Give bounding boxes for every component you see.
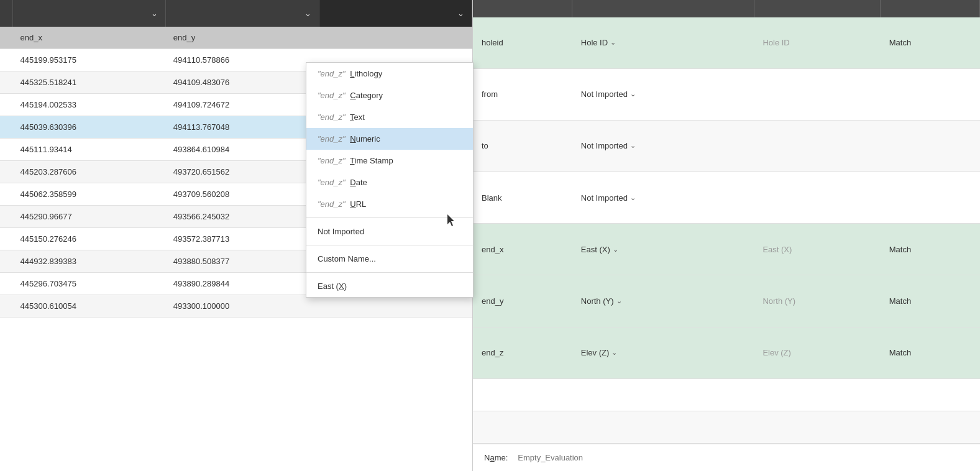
- col-partial: [0, 0, 13, 27]
- action-match: Match: [889, 245, 911, 254]
- dropdown-item-text[interactable]: "end_z" Text: [306, 106, 473, 128]
- summary-row: to Not Imported ⌄: [473, 120, 980, 171]
- cell-north: 494109.724672: [166, 94, 319, 116]
- drop-label-lithology: Lithology: [348, 69, 383, 78]
- dropdown-item-custom-name[interactable]: Custom Name...: [306, 248, 473, 270]
- cell-east: 445300.610054: [13, 295, 166, 318]
- summary-cell-action: [881, 68, 980, 120]
- cell-partial: [0, 206, 13, 228]
- drop-divider-2: [306, 245, 473, 245]
- cell-partial: [0, 94, 13, 116]
- dropdown-item-category[interactable]: "end_z" Category: [306, 85, 473, 106]
- chevron-down-icon: ⌄: [611, 349, 617, 357]
- chevron-down-icon: ⌄: [305, 9, 311, 18]
- summary-cell-action: Match: [881, 17, 980, 68]
- summary-cell-import: East (X): [754, 224, 880, 275]
- cell-north: 494113.767048: [166, 116, 319, 139]
- dropdown-item-not-imported[interactable]: Not Imported: [306, 221, 473, 242]
- cell-partial: [0, 228, 13, 250]
- table-subheader-row: end_x end_y: [0, 27, 472, 49]
- summary-cell-import: [754, 68, 880, 120]
- summary-cell-import: Elev (Z): [754, 327, 880, 378]
- dropdown-item-url[interactable]: "end_z" URL: [306, 193, 473, 215]
- cell-north: 493720.651562: [166, 161, 319, 183]
- chevron-down-icon: ⌄: [151, 9, 158, 18]
- drop-prefix: "end_z": [318, 134, 346, 144]
- main-layout: ⌄ ⌄ ⌄ end_x end_y: [0, 0, 980, 471]
- type-label: Not Imported: [581, 89, 628, 99]
- import-name-cell: North (Y): [762, 296, 795, 306]
- dropdown-item-east-x[interactable]: East (X): [306, 275, 473, 297]
- summary-cell-type[interactable]: East (X) ⌄: [572, 224, 754, 275]
- summary-cell-type[interactable]: [572, 378, 754, 411]
- summary-cell-import: North (Y): [754, 275, 880, 327]
- action-match: Match: [889, 38, 911, 47]
- name-field-row: Name:: [473, 444, 980, 471]
- dropdown-item-lithology[interactable]: "end_z" Lithology: [306, 63, 473, 85]
- summary-cell-column: end_z: [473, 327, 572, 378]
- chevron-down-icon: ⌄: [630, 194, 636, 202]
- summary-cell-import: [754, 172, 880, 224]
- summary-cell-type[interactable]: North (Y) ⌄: [572, 275, 754, 327]
- col-north-header[interactable]: ⌄: [166, 0, 319, 27]
- drop-label-east-x: East (X): [318, 281, 347, 291]
- cell-partial: [0, 273, 13, 295]
- summary-row: from Not Imported ⌄: [473, 68, 980, 120]
- chevron-down-icon: ⌄: [630, 90, 636, 98]
- summary-cell-type[interactable]: Hole ID ⌄: [572, 17, 754, 68]
- summary-cell-action: Match: [881, 224, 980, 275]
- cell-partial: [0, 49, 13, 71]
- summary-cell-action: [881, 378, 980, 411]
- page-wrapper: ⌄ ⌄ ⌄ end_x end_y: [0, 0, 980, 471]
- summary-cell-type[interactable]: [572, 411, 754, 443]
- drop-label-date: Date: [348, 178, 367, 187]
- summary-cell-action: [881, 172, 980, 224]
- cell-end-y-label: end_y: [166, 27, 319, 49]
- cell-end-x-label: end_x: [13, 27, 166, 49]
- summary-table: holeid Hole ID ⌄ Hole ID Match from Not …: [473, 0, 980, 444]
- summary-cell-column: [473, 411, 572, 443]
- dropdown-item-numeric[interactable]: "end_z" Numeric: [306, 128, 473, 150]
- type-label: Not Imported: [581, 141, 628, 150]
- type-label: Hole ID: [581, 38, 608, 47]
- cell-east: 445150.276246: [13, 228, 166, 250]
- cell-north: 494110.578866: [166, 49, 319, 71]
- cell-partial: [0, 116, 13, 139]
- drop-prefix: "end_z": [318, 178, 346, 187]
- column-type-dropdown[interactable]: "end_z" Lithology "end_z" Category "end_…: [306, 62, 474, 298]
- import-name-cell: East (X): [762, 245, 792, 254]
- summary-cell-import: [754, 378, 880, 411]
- drop-label-category: Category: [348, 91, 383, 100]
- dropdown-item-date[interactable]: "end_z" Date: [306, 171, 473, 193]
- cell-partial: [0, 183, 13, 206]
- type-label: Elev (Z): [581, 348, 610, 357]
- summary-cell-column: Blank: [473, 172, 572, 224]
- col-elev-header[interactable]: ⌄: [319, 0, 472, 27]
- cell-north: 493890.289844: [166, 273, 319, 295]
- cell-elev: [319, 295, 472, 318]
- dropdown-item-timestamp[interactable]: "end_z" Time Stamp: [306, 150, 473, 171]
- table-row: 445300.610054 493300.100000: [0, 295, 472, 318]
- summary-cell-action: Match: [881, 275, 980, 327]
- name-input[interactable]: [518, 453, 969, 462]
- cell-east: 445290.96677: [13, 206, 166, 228]
- drop-prefix: "end_z": [318, 91, 346, 100]
- cell-east: 444932.839383: [13, 250, 166, 273]
- cell-north: 493300.100000: [166, 295, 319, 318]
- col-east-header[interactable]: ⌄: [13, 0, 166, 27]
- drop-divider-1: [306, 217, 473, 218]
- type-label: East (X): [581, 245, 610, 254]
- drop-prefix: "end_z": [318, 199, 346, 209]
- cell-east: 445203.287606: [13, 161, 166, 183]
- import-name-cell: Elev (Z): [762, 348, 791, 357]
- cell-partial: [0, 71, 13, 94]
- summary-cell-type[interactable]: Elev (Z) ⌄: [572, 327, 754, 378]
- drop-prefix: "end_z": [318, 112, 346, 122]
- summary-cell-column: to: [473, 120, 572, 171]
- summary-cell-type[interactable]: Not Imported ⌄: [572, 172, 754, 224]
- drop-divider-3: [306, 272, 473, 273]
- summary-cell-type[interactable]: Not Imported ⌄: [572, 120, 754, 171]
- summary-cell-type[interactable]: Not Imported ⌄: [572, 68, 754, 120]
- import-name-cell: Hole ID: [762, 38, 789, 47]
- name-label: Name:: [484, 453, 508, 462]
